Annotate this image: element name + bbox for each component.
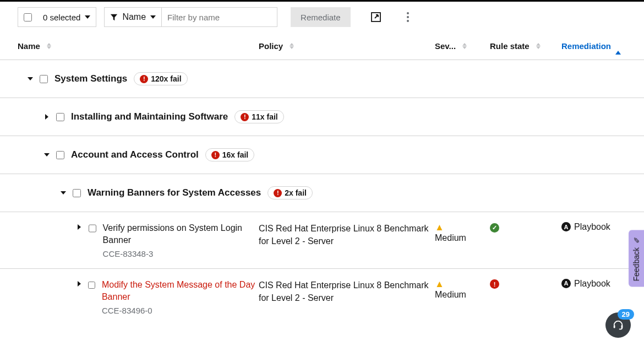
rule-name[interactable]: Verify permissions on System Login Banne… bbox=[103, 222, 259, 247]
rule-remediation[interactable]: A Playbook bbox=[561, 222, 626, 258]
chevron-right-icon bbox=[45, 114, 48, 120]
severity-label: Medium bbox=[435, 233, 490, 243]
megaphone-icon: ✎ bbox=[632, 235, 641, 244]
column-policy[interactable]: Policy bbox=[259, 41, 435, 51]
fail-count: 16x fail bbox=[222, 150, 248, 159]
group-title: Installing and Maintaining Software bbox=[71, 111, 228, 122]
pass-icon: ✓ bbox=[490, 223, 499, 233]
toolbar: 0 selected Name Remediate bbox=[0, 2, 644, 33]
fail-badge: ! 11x fail bbox=[234, 110, 283, 123]
filter-type-select[interactable]: Name bbox=[104, 7, 162, 27]
fail-count: 11x fail bbox=[252, 112, 277, 121]
fail-icon: ! bbox=[274, 189, 282, 197]
export-button[interactable] bbox=[369, 10, 383, 24]
filter-group: Name bbox=[104, 7, 277, 27]
column-name-label: Name bbox=[18, 41, 40, 51]
sort-icon bbox=[290, 43, 294, 49]
fail-icon: ! bbox=[140, 75, 148, 83]
rule-policy: CIS Red Hat Enterprise Linux 8 Benchmark… bbox=[259, 279, 435, 315]
group-checkbox[interactable] bbox=[73, 189, 81, 197]
expand-toggle[interactable] bbox=[43, 114, 51, 120]
rule-name[interactable]: Modify the System Message of the Day Ban… bbox=[102, 279, 259, 304]
caret-down-icon bbox=[150, 15, 156, 19]
group-title: Account and Access Control bbox=[71, 149, 199, 160]
caret-down-icon bbox=[85, 15, 90, 19]
chevron-right-icon bbox=[78, 224, 81, 230]
fab-badge: 29 bbox=[618, 309, 634, 320]
table-header: Name Policy Sev... Rule state Remediatio… bbox=[0, 33, 644, 60]
filter-input[interactable] bbox=[167, 8, 272, 26]
collapse-toggle[interactable] bbox=[43, 153, 51, 156]
remediation-label: Playbook bbox=[574, 222, 610, 232]
ansible-icon: A bbox=[561, 222, 571, 231]
rule-cce: CCE-83496-0 bbox=[102, 306, 259, 315]
fail-badge: ! 120x fail bbox=[134, 72, 187, 85]
column-remediation-label: Remediation bbox=[561, 41, 611, 51]
ansible-icon: A bbox=[561, 279, 571, 288]
rule-row: Verify permissions on System Login Banne… bbox=[0, 212, 644, 269]
filter-type-label: Name bbox=[122, 12, 146, 22]
column-policy-label: Policy bbox=[259, 41, 283, 51]
bulk-select-checkbox[interactable] bbox=[24, 13, 32, 21]
column-severity[interactable]: Sev... bbox=[435, 41, 490, 51]
sort-icon bbox=[536, 43, 541, 49]
group-row-system-settings: System Settings ! 120x fail bbox=[0, 60, 644, 98]
kebab-icon bbox=[407, 12, 409, 22]
collapse-toggle[interactable] bbox=[26, 77, 34, 80]
rule-name-cell: Verify permissions on System Login Banne… bbox=[0, 222, 259, 258]
column-rule-state[interactable]: Rule state bbox=[490, 41, 561, 51]
rule-checkbox[interactable] bbox=[89, 224, 96, 233]
rule-checkbox[interactable] bbox=[88, 281, 95, 289]
expand-toggle[interactable] bbox=[76, 281, 83, 315]
severity-label: Medium bbox=[435, 290, 490, 300]
rule-cce: CCE-83348-3 bbox=[103, 249, 259, 258]
rule-severity: ▲ Medium bbox=[435, 222, 490, 258]
rule-severity: ▲ Medium bbox=[435, 279, 490, 315]
headset-icon bbox=[612, 319, 624, 325]
expand-toggle[interactable] bbox=[76, 224, 83, 258]
group-checkbox[interactable] bbox=[40, 75, 48, 83]
column-rule-state-label: Rule state bbox=[490, 41, 530, 51]
filter-icon bbox=[110, 13, 118, 21]
export-icon bbox=[370, 12, 381, 23]
rule-row: Modify the System Message of the Day Ban… bbox=[0, 269, 644, 325]
bulk-select-text: 0 selected bbox=[43, 13, 80, 22]
feedback-tab[interactable]: Feedback ✎ bbox=[629, 230, 644, 287]
fail-badge: ! 16x fail bbox=[205, 148, 254, 161]
bulk-select[interactable]: 0 selected bbox=[18, 7, 96, 27]
collapse-toggle[interactable] bbox=[59, 191, 67, 195]
fail-count: 2x fail bbox=[285, 188, 307, 197]
warning-icon: ▲ bbox=[435, 279, 490, 290]
chevron-right-icon bbox=[78, 281, 81, 287]
group-row-warning-banners: Warning Banners for System Accesses ! 2x… bbox=[0, 174, 644, 212]
rule-policy: CIS Red Hat Enterprise Linux 8 Benchmark… bbox=[259, 222, 435, 258]
remediate-button[interactable]: Remediate bbox=[291, 7, 351, 27]
filter-input-wrap bbox=[162, 7, 277, 27]
group-title: System Settings bbox=[54, 73, 127, 84]
chevron-down-icon bbox=[44, 153, 50, 156]
chevron-down-icon bbox=[28, 77, 33, 80]
column-remediation[interactable]: Remediation bbox=[561, 41, 626, 51]
fail-count: 120x fail bbox=[151, 74, 181, 83]
kebab-menu[interactable] bbox=[401, 10, 414, 24]
rule-state: ! bbox=[490, 279, 561, 315]
warning-icon: ▲ bbox=[435, 222, 490, 233]
sort-asc-icon bbox=[615, 41, 621, 51]
group-title: Warning Banners for System Accesses bbox=[88, 187, 261, 198]
rule-remediation[interactable]: A Playbook bbox=[561, 279, 626, 315]
column-name[interactable]: Name bbox=[18, 41, 259, 51]
rule-name-cell: Modify the System Message of the Day Ban… bbox=[0, 279, 259, 315]
feedback-label: Feedback bbox=[632, 247, 641, 281]
rule-state: ✓ bbox=[490, 222, 561, 258]
column-severity-label: Sev... bbox=[435, 41, 456, 51]
group-row-installing-software: Installing and Maintaining Software ! 11… bbox=[0, 98, 644, 136]
chevron-down-icon bbox=[61, 191, 66, 195]
sort-icon bbox=[462, 43, 467, 49]
group-row-account-access: Account and Access Control ! 16x fail bbox=[0, 136, 644, 174]
fail-badge: ! 2x fail bbox=[268, 186, 313, 199]
group-checkbox[interactable] bbox=[56, 113, 64, 121]
fail-icon: ! bbox=[241, 113, 249, 121]
group-checkbox[interactable] bbox=[56, 151, 64, 159]
remediation-label: Playbook bbox=[574, 279, 610, 289]
fail-icon: ! bbox=[490, 279, 499, 289]
